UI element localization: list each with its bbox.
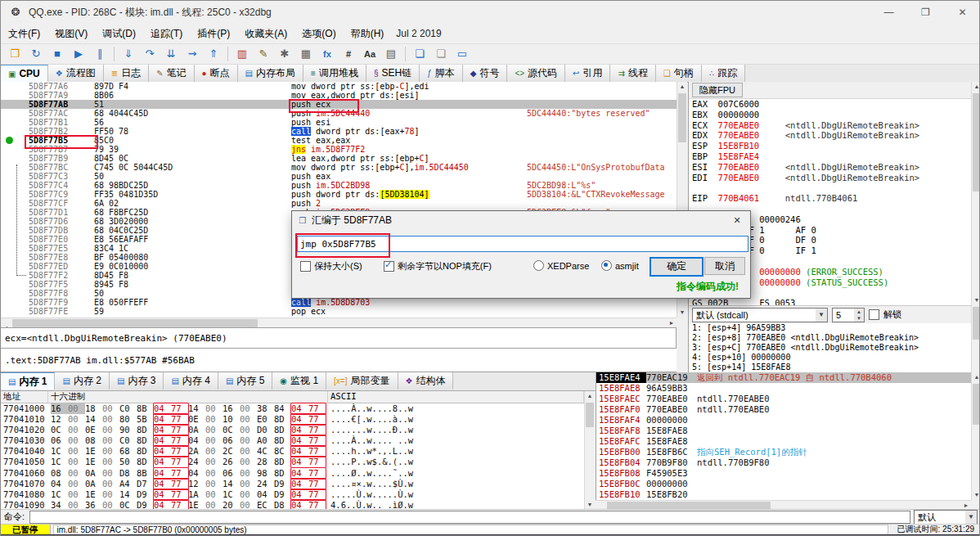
esp-row[interactable]: 5: [esp+14] 15E8FAE8: [689, 363, 972, 372]
tab-memory-map[interactable]: ▤内存布局: [238, 65, 303, 82]
esp-row[interactable]: 4: [esp+10] 00000000: [689, 353, 972, 363]
titlebar[interactable]: ❂ QQ.exe - PID: 268C - 模块: im.dll - 线程: …: [1, 1, 980, 25]
memory-row[interactable]: 7704106008 00 0A 00 D8 8B 04 77 04 00 06…: [1, 468, 584, 479]
toolbar-button-trace-over[interactable]: ⇝: [182, 44, 203, 64]
bottom-tab-mem3[interactable]: ▤内存 3: [110, 372, 164, 390]
disasm-row[interactable]: 5D8F77B779 39jns im.5D8F77F2: [1, 145, 677, 154]
stack-row[interactable]: 15E8FAE4770EAC19返回到 ntdll.770EAC19 自 ntd…: [596, 372, 971, 383]
toolbar-button-step-into[interactable]: ⇓: [118, 44, 139, 64]
toolbar-button-run[interactable]: ▶: [68, 44, 89, 64]
toolbar-button-calculator[interactable]: ▦: [295, 44, 317, 64]
tab-symbols[interactable]: ◆符号: [463, 65, 508, 82]
command-input[interactable]: [29, 511, 910, 524]
stack-row[interactable]: 15E8FB0015E8FB6C指向SEH_Record[1]的指针: [596, 447, 971, 457]
disasm-row[interactable]: 5D8F77FE59pop ecx: [1, 307, 677, 316]
nop-fill-checkbox[interactable]: [384, 261, 394, 272]
disasm-row[interactable]: 5D8F77A6897D F4mov dword ptr ss:[ebp-C],…: [1, 82, 677, 91]
toolbar-button-memory-chip[interactable]: ▤: [380, 44, 402, 64]
register-row[interactable]: ESI 770EABE0 <ntdll.DbgUiRemoteBreakin>: [689, 162, 972, 173]
depth-spinner[interactable]: 5 ▲▼: [832, 308, 865, 322]
toolbar-button-assemble-fx[interactable]: fx: [317, 44, 338, 64]
ok-button[interactable]: 确定: [650, 257, 704, 277]
disasm-row[interactable]: 5D8F77F9E8 050FFEFFcall im.5D8D8703: [1, 298, 677, 307]
tab-handles[interactable]: ❑句柄: [656, 65, 702, 82]
register-row[interactable]: EBP 15E8FAE4: [689, 151, 972, 162]
toolbar-button-trace-into[interactable]: ⇊: [160, 44, 182, 64]
asmjit-radio[interactable]: [601, 260, 612, 271]
toolbar-button-screen[interactable]: ▭: [452, 44, 473, 64]
toolbar-button-restart[interactable]: ↻: [25, 44, 47, 64]
minimize-button[interactable]: —: [870, 1, 907, 24]
tab-call-stack[interactable]: ≡调用堆栈: [303, 65, 366, 82]
tab-graph[interactable]: ❖流程图: [48, 65, 104, 82]
stack-row[interactable]: 15E8FAF815E8FAE8: [596, 426, 971, 436]
menu-item-6[interactable]: 选项(O): [294, 25, 343, 42]
disasm-row[interactable]: 5D8F77C9FF35 0481D35Dpush dword ptr ds:[…: [1, 190, 677, 199]
dump-vscrollbar[interactable]: ▲ ▼: [584, 391, 595, 510]
tab-references[interactable]: ↩引用: [565, 65, 610, 82]
tab-breakpoints[interactable]: ●断点: [195, 65, 238, 82]
disasm-row[interactable]: 5D8F77B156push esi: [1, 118, 677, 127]
bottom-tab-struct[interactable]: ❖结构体: [398, 372, 454, 390]
tab-script[interactable]: ƒ脚本: [420, 65, 463, 82]
toolbar-button-settings[interactable]: ✱: [274, 44, 295, 64]
bottom-tab-watch1[interactable]: ◉监视 1: [272, 372, 326, 390]
stack-vscrollbar[interactable]: ▲ ▼: [971, 372, 980, 500]
register-row[interactable]: EAX 007C6000: [689, 99, 972, 110]
disasm-row[interactable]: 5D8F77CF6A 02push 2: [1, 199, 677, 208]
tab-cpu[interactable]: ▣CPU: [1, 65, 48, 82]
memory-row[interactable]: 770410401C 00 1E 00 68 8D 04 77 2A 00 2C…: [1, 446, 584, 457]
disasm-row[interactable]: 5D8F77BCC745 0C 5044C45Dmov dword ptr ss…: [1, 163, 677, 172]
disasm-row[interactable]: 5D8F77B2FF50 78call dword ptr ds:[eax+78…: [1, 127, 677, 136]
registers-vscrollbar[interactable]: ▲ ▼: [971, 82, 980, 305]
menu-item-7[interactable]: 帮助(H): [344, 25, 392, 42]
tab-notes[interactable]: ✎笔记: [149, 65, 194, 82]
stack-row[interactable]: 15E8FB0C00000000: [596, 479, 971, 489]
register-row[interactable]: [689, 182, 972, 193]
toolbar-button-window-source[interactable]: ❏: [409, 44, 430, 64]
close-button[interactable]: ✕: [944, 1, 980, 24]
stack-row[interactable]: 15E8FAEC770EABE0ntdll.770EABE0: [596, 394, 971, 404]
tab-seh[interactable]: §SEH链: [366, 65, 420, 82]
unlock-checkbox[interactable]: [869, 309, 879, 320]
memory-row[interactable]: 770410200C 00 0E 00 90 8D 04 77 0A 00 0C…: [1, 425, 584, 435]
toolbar-button-pause[interactable]: ∥: [89, 44, 110, 64]
toolbar-button-notes[interactable]: ✎: [253, 44, 274, 64]
calling-convention-select[interactable]: 默认 (stdcall) ▼: [692, 308, 828, 322]
command-profile-dropdown[interactable]: 默认 ▼: [914, 510, 978, 525]
stack-row[interactable]: 15E8FB04770B9F80ntdll.770B9F80: [596, 457, 971, 468]
cancel-button[interactable]: 取消: [704, 257, 745, 275]
tab-threads[interactable]: ⇉线程: [610, 65, 655, 82]
stack-panel[interactable]: 15E8FAE4770EAC19返回到 ntdll.770EAC19 自 ntd…: [596, 372, 971, 500]
memory-dump-panel[interactable]: 地址 十六进制 ASCII 7704100016 00 18 00 C0 8B …: [1, 391, 584, 510]
toolbar-button-execute-till-return[interactable]: ⇑: [203, 44, 224, 64]
tab-log[interactable]: ≣日志: [104, 65, 149, 82]
hide-fpu-button[interactable]: 隐藏FPU: [692, 83, 743, 97]
dialog-close-button[interactable]: ✕: [724, 211, 750, 229]
esp-vscrollbar[interactable]: [971, 305, 980, 372]
bottom-tab-locals[interactable]: [x=]局部变量: [326, 372, 398, 390]
register-row[interactable]: ECX 770EABE0 <ntdll.DbgUiRemoteBreakin>: [689, 120, 972, 131]
memory-row[interactable]: 7704103006 00 08 00 C0 8D 04 77 04 00 06…: [1, 435, 584, 446]
disasm-row[interactable]: 5D8F77B585C0test eax,eax: [1, 136, 677, 145]
register-row[interactable]: EDI 770EABE0 <ntdll.DbgUiRemoteBreakin>: [689, 173, 972, 183]
register-row[interactable]: EDX 770EABE0 <ntdll.DbgUiRemoteBreakin>: [689, 130, 972, 141]
bottom-tab-mem2[interactable]: ▤内存 2: [55, 372, 109, 390]
register-row[interactable]: EBX 00000000: [689, 110, 972, 120]
toolbar-button-log[interactable]: ▥: [232, 44, 253, 64]
stack-row[interactable]: 15E8FAF0770EABE0ntdll.770EABE0: [596, 404, 971, 415]
menu-item-1[interactable]: 视图(V): [47, 25, 95, 42]
esp-row[interactable]: 1: [esp+4] 96A59BB3: [689, 323, 972, 333]
stack-row[interactable]: 15E8FAE896A59BB3: [596, 383, 971, 394]
disasm-row[interactable]: 5D8F77C350push eax: [1, 172, 677, 181]
stack-row[interactable]: 15E8FAFC15E8FAE8: [596, 436, 971, 447]
tab-source[interactable]: <>源代码: [507, 65, 565, 82]
esp-preview-list[interactable]: 1: [esp+4] 96A59BB32: [esp+8] 770EABE0 <…: [688, 323, 972, 372]
tab-trace[interactable]: ∴跟踪: [702, 65, 745, 82]
stack-row[interactable]: 15E8FAF400000000: [596, 415, 971, 426]
xedparse-radio[interactable]: [533, 260, 544, 271]
menu-item-4[interactable]: 插件(P): [190, 25, 237, 42]
esp-row[interactable]: 2: [esp+8] 770EABE0 <ntdll.DbgUiRemoteBr…: [689, 333, 972, 343]
menu-item-3[interactable]: 追踪(T): [143, 25, 190, 42]
memory-row[interactable]: 7704107004 00 0A 00 A4 D7 04 77 12 00 14…: [1, 479, 584, 489]
